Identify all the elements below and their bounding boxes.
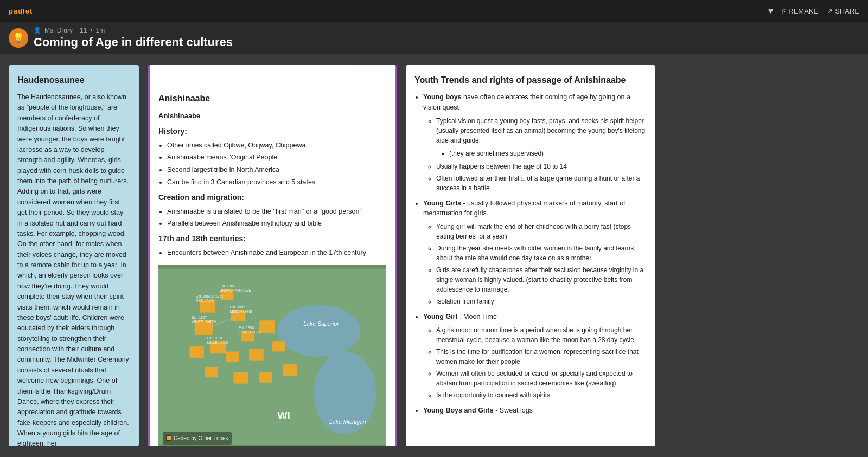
list-item: Isolation from family bbox=[436, 297, 647, 306]
section-history-list: Other times called Ojibwe, Obijway, Chip… bbox=[158, 140, 386, 188]
author-icon: 👤 bbox=[34, 27, 41, 34]
svg-text:WI: WI bbox=[278, 409, 290, 421]
svg-text:Est. 1854: Est. 1854 bbox=[239, 326, 254, 330]
share-icon: ↗ bbox=[827, 7, 833, 15]
avatar: 💡 bbox=[9, 28, 28, 48]
page-title: Coming of Age in different cultures bbox=[34, 35, 233, 49]
haudenosaunee-body: The Haudenosaunee, or also known as "peo… bbox=[17, 92, 130, 446]
header-info: 👤 Ms. Drury +11 • 1m Coming of Age in di… bbox=[34, 27, 233, 49]
time-ago: 1m bbox=[96, 27, 105, 34]
svg-text:Est. 1854: Est. 1854 bbox=[207, 336, 222, 340]
svg-rect-16 bbox=[272, 341, 285, 351]
young-boys-label: Young boys bbox=[423, 93, 462, 101]
haudenosaunee-card: Haudenosaunee The Haudenosaunee, or also… bbox=[9, 65, 139, 446]
list-item: Young girl will mark the end of her chil… bbox=[436, 222, 647, 241]
list-item: (they are sometimes supervised) bbox=[449, 149, 647, 158]
list-item: Second largest tribe in North America bbox=[167, 165, 386, 175]
list-item: Anishinaabe is translated to be the "fir… bbox=[167, 207, 386, 217]
young-boys-girls-label: Young Boys and Girls bbox=[423, 407, 494, 414]
list-item: Encounters between Anishinabe and Europe… bbox=[167, 248, 386, 258]
young-boys-girls-section: Young Boys and Girls - Sweat logs bbox=[414, 405, 647, 416]
youth-trends-card: Youth Trends and rights of passage of An… bbox=[406, 65, 655, 446]
young-boys-heading: Young boys have often celebrates their c… bbox=[423, 92, 647, 193]
young-boys-girls-rest: - Sweat logs bbox=[495, 407, 533, 414]
main-content: Haudenosaunee The Haudenosaunee, or also… bbox=[0, 54, 868, 457]
section-migration-list: Anishinaabe is translated to be the "fir… bbox=[158, 207, 386, 229]
section-history-title: History: bbox=[158, 126, 386, 137]
list-item: Other times called Ojibwe, Obijway, Chip… bbox=[167, 140, 386, 151]
section-centuries-title: 17th and 18th centuries: bbox=[158, 233, 386, 244]
list-item: A girls moon or moon time is a period wh… bbox=[436, 325, 647, 345]
svg-rect-18 bbox=[233, 372, 248, 383]
young-girls-sublist: Young girl will mark the end of her chil… bbox=[423, 222, 647, 306]
list-item: Usually happens between the age of 10 to… bbox=[436, 162, 647, 171]
svg-text:Lake Superior: Lake Superior bbox=[303, 320, 339, 326]
separator: • bbox=[90, 27, 92, 34]
svg-rect-17 bbox=[205, 367, 218, 377]
young-girls-label: Young Girls bbox=[423, 199, 461, 207]
map-svg: Lake Superior Lake Michigan WI bbox=[158, 265, 386, 446]
svg-rect-15 bbox=[249, 349, 264, 360]
svg-text:FOND DU LAC: FOND DU LAC bbox=[239, 330, 263, 334]
young-boys-section: Young boys have often celebrates their c… bbox=[414, 92, 647, 193]
young-boys-girls-heading: Young Boys and Girls - Sweat logs bbox=[423, 405, 647, 416]
svg-text:GRAND PORTAGE: GRAND PORTAGE bbox=[220, 288, 252, 292]
legend-label: Ceded by Other Tribes bbox=[174, 434, 228, 442]
young-boys-sublist: Typical vision quest a young boy fasts, … bbox=[423, 116, 647, 193]
young-girl-moon-heading: Young Girl - Moon Time A girls moon or m… bbox=[423, 312, 647, 400]
list-item: Typical vision quest a young boy fasts, … bbox=[436, 116, 647, 158]
section-centuries-list: Encounters between Anishinabe and Europe… bbox=[158, 248, 386, 258]
list-item: Girls are carefully chaperones after the… bbox=[436, 265, 647, 294]
author-count: +11 bbox=[76, 27, 87, 34]
anishinaabe-title: Anishinaabe bbox=[158, 92, 386, 105]
list-item: Anishinaabe means "Original People" bbox=[167, 152, 386, 163]
list-item: Often followed after their first □ of a … bbox=[436, 173, 647, 193]
list-item: Women will often be secluded or cared fo… bbox=[436, 369, 647, 388]
svg-text:RED LAKE: RED LAKE bbox=[196, 299, 214, 302]
heart-button[interactable]: ♥ bbox=[768, 6, 774, 16]
share-button[interactable]: ↗ SHARE bbox=[827, 7, 859, 15]
author-line: 👤 Ms. Drury +11 • 1m bbox=[34, 27, 233, 34]
svg-text:Est. 1855: Est. 1855 bbox=[230, 305, 245, 309]
topbar: padlet ♥ ⎘ REMAKE ↗ SHARE bbox=[0, 0, 868, 22]
section-migration-title: Creation and migration: bbox=[158, 192, 386, 203]
list-item: During the year she meets with older wom… bbox=[436, 243, 647, 263]
anishinaabe-card: ✎ 🗑 ··· Anishinaabe Anishinaabe History:… bbox=[148, 65, 397, 446]
anishinaabe-map: Lake Superior Lake Michigan WI bbox=[158, 265, 386, 446]
list-item: Can be find in 3 Canadian provinces and … bbox=[167, 177, 386, 188]
young-girl-moon-rest: - Moon Time bbox=[459, 313, 496, 320]
map-legend: Ceded by Other Tribes bbox=[163, 432, 232, 445]
sub-sub-list: (they are sometimes supervised) bbox=[436, 149, 647, 158]
svg-text:Lake Michigan: Lake Michigan bbox=[329, 419, 366, 425]
young-girl-moon-sublist: A girls moon or moon time is a period wh… bbox=[423, 325, 647, 400]
svg-point-1 bbox=[278, 305, 361, 356]
youth-trends-title: Youth Trends and rights of passage of An… bbox=[414, 74, 647, 87]
svg-rect-20 bbox=[283, 364, 297, 376]
list-item: This is the time for purification for a … bbox=[436, 347, 647, 366]
list-item: Parallels between Anishinaabe mythology … bbox=[167, 218, 386, 229]
young-girls-section: Young Girls - usually followed physical … bbox=[414, 198, 647, 307]
svg-text:MILLE LACS: MILLE LACS bbox=[207, 340, 228, 344]
svg-text:WHITE EARTH: WHITE EARTH bbox=[192, 320, 216, 324]
svg-text:Est. 1867: Est. 1867 bbox=[192, 316, 207, 319]
remake-icon: ⎘ bbox=[782, 7, 786, 15]
young-girl-moon-section: Young Girl - Moon Time A girls moon or m… bbox=[414, 312, 647, 400]
header: 💡 👤 Ms. Drury +11 • 1m Coming of Age in … bbox=[0, 22, 868, 54]
svg-rect-19 bbox=[259, 372, 272, 382]
svg-text:Est. 1866: Est. 1866 bbox=[220, 284, 235, 288]
haudenosaunee-title: Haudenosaunee bbox=[17, 74, 130, 87]
svg-rect-14 bbox=[226, 351, 239, 362]
legend-box bbox=[166, 435, 171, 441]
topbar-left: padlet bbox=[9, 7, 33, 15]
list-item: Is the opportunity to connect with spiri… bbox=[436, 390, 647, 400]
author-name: Ms. Drury bbox=[44, 27, 73, 34]
svg-text:LEECH LAKE: LEECH LAKE bbox=[230, 310, 253, 313]
svg-text:Est. 1863 & 1854: Est. 1863 & 1854 bbox=[196, 294, 224, 298]
remake-button[interactable]: ⎘ REMAKE bbox=[782, 7, 818, 15]
young-girls-heading: Young Girls - usually followed physical … bbox=[423, 198, 647, 307]
anishinaabe-subtitle: Anishinaabe bbox=[158, 111, 386, 121]
topbar-right: ♥ ⎘ REMAKE ↗ SHARE bbox=[768, 6, 859, 16]
padlet-logo[interactable]: padlet bbox=[9, 7, 33, 15]
young-girl-moon-label: Young Girl bbox=[423, 313, 457, 320]
svg-rect-13 bbox=[189, 346, 204, 358]
